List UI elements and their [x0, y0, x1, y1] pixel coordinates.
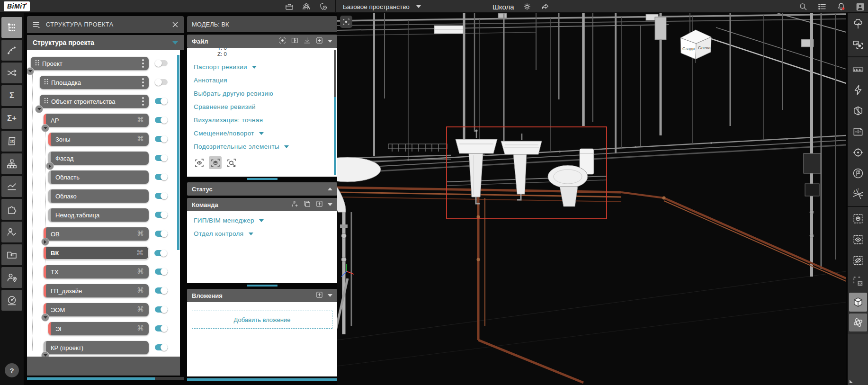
visibility-toggle[interactable]	[155, 155, 168, 161]
file-link[interactable]: Смещение/поворот	[194, 130, 337, 137]
tool-drawing-sheet[interactable]	[849, 121, 868, 142]
tree-node[interactable]: Область	[48, 170, 149, 184]
drag-handle-icon[interactable]	[44, 98, 48, 105]
tool-hierarchy[interactable]	[1, 153, 22, 174]
add-icon[interactable]	[315, 36, 323, 46]
add-attachment-dropzone[interactable]: Добавить вложение	[192, 311, 332, 329]
attachments-section-header[interactable]: Вложения	[187, 289, 337, 302]
file-link[interactable]: Визуализация: точная	[194, 116, 337, 124]
visibility-toggle[interactable]	[155, 136, 168, 142]
tree-node[interactable]: ЭОМ ⌘	[44, 303, 149, 316]
node-menu-icon[interactable]	[142, 97, 144, 107]
visibility-toggle[interactable]	[155, 269, 168, 275]
tool-nature-tree[interactable]	[849, 13, 868, 34]
menu-list-icon[interactable]	[817, 1, 827, 12]
tool-clear-selection[interactable]	[849, 271, 868, 292]
tool-flag-marker[interactable]	[849, 163, 868, 184]
visibility-toggle[interactable]	[155, 287, 168, 294]
tool-orbit-navigation[interactable]	[849, 313, 867, 331]
tool-user-location[interactable]	[1, 267, 22, 288]
workspace-chevron-icon[interactable]	[416, 5, 421, 8]
tree-node[interactable]: ЭГ ⌘	[48, 322, 149, 335]
tool-select-objects[interactable]	[849, 34, 868, 55]
expand-collapse-button[interactable]	[41, 313, 49, 322]
help-button[interactable]: ?	[5, 363, 19, 377]
workspace-selector[interactable]: Базовое пространство	[343, 3, 410, 10]
tool-graph-relations[interactable]	[1, 40, 22, 61]
file-section-header[interactable]: Файл	[187, 35, 337, 48]
tree-scrollbar[interactable]	[177, 55, 179, 250]
tool-flash-section[interactable]	[849, 80, 868, 100]
visibility-toggle[interactable]	[155, 98, 168, 104]
visibility-toggle[interactable]	[155, 174, 168, 180]
expand-chevron-icon[interactable]	[328, 188, 332, 190]
tool-focus-target[interactable]	[849, 142, 868, 163]
tool-section-cube[interactable]	[849, 100, 868, 121]
structure-view-selector[interactable]: Структура проекта	[27, 35, 184, 50]
expand-collapse-button[interactable]	[41, 124, 49, 132]
add-icon[interactable]	[315, 291, 323, 300]
add-icon[interactable]	[315, 200, 323, 209]
shield-status-icon[interactable]	[318, 1, 329, 12]
visibility-toggle[interactable]	[154, 250, 167, 256]
structure-hscrollbar[interactable]	[27, 377, 184, 380]
status-section-header[interactable]: Статус	[187, 182, 337, 196]
tool-isolate-cube[interactable]	[849, 208, 868, 229]
tool-model-cube[interactable]	[849, 293, 867, 312]
tree-node[interactable]: Немод.таблица	[48, 208, 149, 222]
tool-section-axes[interactable]: 12	[849, 184, 868, 205]
tree-node[interactable]: Проект	[31, 57, 149, 70]
visibility-toggle[interactable]	[155, 60, 168, 66]
tool-measure-ruler[interactable]	[849, 59, 868, 80]
tree-node[interactable]: Облако	[48, 189, 149, 203]
frame-cube-move-icon[interactable]	[225, 156, 238, 169]
close-icon[interactable]	[171, 21, 179, 28]
tool-plugins[interactable]	[1, 199, 22, 220]
account-icon[interactable]	[855, 1, 865, 12]
tree-node[interactable]: Площадка	[40, 76, 149, 89]
tree-node[interactable]: ГП_дизайн ⌘	[44, 284, 149, 297]
file-link[interactable]: Выбрать другую ревизию	[194, 90, 337, 97]
tree-node[interactable]: Зоны ⌘	[48, 133, 149, 146]
tool-show-eye[interactable]	[849, 229, 868, 250]
visibility-toggle[interactable]	[155, 344, 168, 350]
team-role-link[interactable]: Отдел контроля	[194, 230, 337, 237]
file-link[interactable]: Аннотация	[194, 77, 337, 84]
briefcase-icon[interactable]	[284, 1, 295, 12]
tool-hide-eye[interactable]	[849, 250, 868, 271]
drag-handle-icon[interactable]	[35, 60, 39, 67]
collapse-chevron-icon[interactable]	[328, 294, 332, 297]
section-resize-handle[interactable]	[247, 178, 277, 180]
section-resize-handle[interactable]	[247, 285, 277, 287]
file-link[interactable]: Паспорт ревизии	[194, 63, 337, 71]
visibility-toggle[interactable]	[155, 231, 168, 237]
tree-node-selected[interactable]: ВК ⌘	[44, 246, 149, 260]
tree-node[interactable]: ОВ ⌘	[44, 227, 149, 241]
assign-user-icon[interactable]	[291, 200, 299, 209]
file-link[interactable]: Сравнение ревизий	[194, 103, 337, 110]
visibility-toggle[interactable]	[155, 306, 168, 313]
tree-node[interactable]: КР (проект)	[44, 341, 149, 354]
copy-icon[interactable]	[303, 200, 311, 209]
expand-collapse-button[interactable]	[27, 67, 34, 75]
panel-menu-icon[interactable]	[32, 20, 41, 29]
tool-project-structure[interactable]	[1, 17, 22, 38]
expand-collapse-button[interactable]	[41, 351, 49, 357]
drag-handle-icon[interactable]	[44, 79, 48, 86]
file-scrollbar[interactable]	[334, 50, 336, 175]
collapse-chevron-icon[interactable]	[328, 203, 332, 206]
tool-sum-add[interactable]: Σ+	[1, 108, 22, 129]
search-icon[interactable]	[798, 1, 808, 12]
tool-folder-import[interactable]	[1, 244, 22, 265]
tree-node[interactable]: ТХ ⌘	[44, 265, 149, 278]
visibility-toggle[interactable]	[155, 325, 168, 331]
tool-2d-views[interactable]: 2D	[1, 131, 22, 152]
file-link[interactable]: Подозрительные элементы	[194, 143, 337, 150]
tool-trend-analytics[interactable]	[1, 176, 22, 197]
focus-target-icon[interactable]	[278, 36, 286, 46]
team-section-header[interactable]: Команда	[187, 198, 337, 211]
visibility-toggle[interactable]	[155, 193, 168, 199]
team-icon[interactable]	[301, 1, 312, 12]
tool-clash-shuffle[interactable]	[1, 63, 22, 83]
expand-collapse-button[interactable]	[35, 105, 43, 113]
